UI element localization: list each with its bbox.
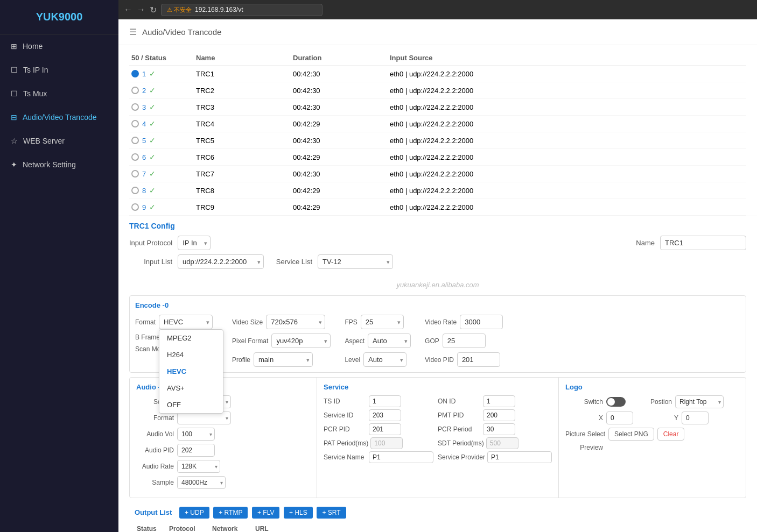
gop-input[interactable] bbox=[443, 334, 486, 348]
row-number: 1 bbox=[142, 70, 146, 78]
row-id-cell: 7 ✓ bbox=[131, 169, 196, 178]
audio-vol-select[interactable]: 100 bbox=[177, 428, 215, 441]
col-input: Input Source bbox=[390, 54, 551, 62]
fps-select[interactable]: 25 bbox=[361, 315, 404, 329]
add-rtmp-button[interactable]: + RTMP bbox=[213, 507, 248, 519]
position-select[interactable]: Right Top bbox=[675, 395, 724, 408]
radio-btn[interactable] bbox=[131, 120, 139, 127]
table-row[interactable]: 4 ✓ TRC4 00:42:29 eth0 | udp://224.2.2.2… bbox=[129, 116, 746, 132]
sidebar-item-av-transcode[interactable]: ⊟ Audio/Video Trancode bbox=[0, 105, 118, 129]
table-row[interactable]: 7 ✓ TRC7 00:42:30 eth0 | udp://224.2.2.2… bbox=[129, 166, 746, 182]
serviceid-label: Service ID bbox=[324, 412, 367, 419]
serviceid-input[interactable] bbox=[369, 409, 401, 421]
serviceprovider-input[interactable] bbox=[487, 451, 552, 463]
name-input[interactable] bbox=[660, 236, 746, 250]
select-png-button[interactable]: Select PNG bbox=[608, 428, 654, 441]
level-select[interactable]: Auto bbox=[363, 352, 406, 367]
radio-btn[interactable] bbox=[131, 203, 139, 211]
forward-button[interactable]: → bbox=[137, 5, 145, 15]
output-title: Output List bbox=[135, 508, 172, 516]
reload-button[interactable]: ↻ bbox=[150, 5, 157, 15]
sidebar-item-ts-ip-in[interactable]: ☐ Ts IP In bbox=[0, 58, 118, 82]
radio-btn[interactable] bbox=[131, 137, 139, 144]
service-title: Service bbox=[324, 383, 552, 391]
servicename-field: Service Name bbox=[324, 451, 433, 463]
y-label: Y bbox=[641, 414, 678, 422]
format-option-h264[interactable]: H264 bbox=[159, 346, 223, 363]
table-row[interactable]: 1 ✓ TRC1 00:42:30 eth0 | udp://224.2.2.2… bbox=[129, 66, 746, 82]
level-select-wrapper: Auto bbox=[363, 352, 406, 367]
radio-btn[interactable] bbox=[131, 70, 139, 77]
table-body: 1 ✓ TRC1 00:42:30 eth0 | udp://224.2.2.2… bbox=[129, 66, 746, 216]
audio-rate-select[interactable]: 128K bbox=[177, 460, 220, 473]
row-input: eth0 | udp://224.2.2.2:2000 bbox=[390, 103, 551, 111]
input-protocol-select[interactable]: IP In bbox=[178, 236, 211, 250]
sdtperiod-input[interactable] bbox=[486, 437, 518, 449]
service-list-select[interactable]: TV-12 bbox=[318, 254, 393, 269]
format-option-off[interactable]: OFF bbox=[159, 396, 223, 413]
sdtperiod-field: SDT Period(ms) bbox=[438, 437, 552, 449]
page-title: Audio/Video Trancode bbox=[142, 27, 221, 37]
row-number: 4 bbox=[142, 120, 146, 128]
videorate-input[interactable] bbox=[460, 315, 503, 329]
profile-group: Profile main bbox=[232, 352, 331, 367]
service-list-select-wrapper: TV-12 bbox=[318, 254, 393, 269]
table-row[interactable]: 6 ✓ TRC6 00:42:29 eth0 | udp://224.2.2.2… bbox=[129, 149, 746, 166]
onid-field: ON ID bbox=[438, 395, 552, 407]
row-id-cell: 1 ✓ bbox=[131, 69, 196, 78]
audio-sample-select[interactable]: 48000Hz bbox=[177, 476, 226, 489]
input-list-select[interactable]: udp://224.2.2.2:2000 bbox=[178, 254, 264, 269]
format-option-avs[interactable]: AVS+ bbox=[159, 380, 223, 396]
pcrpid-input[interactable] bbox=[369, 423, 401, 435]
tsid-input[interactable] bbox=[369, 395, 401, 407]
audio-pid-input[interactable] bbox=[177, 444, 215, 457]
sidebar-item-home[interactable]: ⊞ Home bbox=[0, 34, 118, 58]
logo-switch-toggle[interactable] bbox=[606, 397, 626, 407]
sidebar-item-web-server[interactable]: ☆ WEB Server bbox=[0, 129, 118, 153]
format-select-wrapper: HEVC bbox=[159, 315, 213, 329]
format-option-mpeg2[interactable]: MPEG2 bbox=[159, 330, 223, 346]
radio-btn[interactable] bbox=[131, 187, 139, 194]
row-name: TRC4 bbox=[196, 120, 293, 128]
table-row[interactable]: 5 ✓ TRC5 00:42:30 eth0 | udp://224.2.2.2… bbox=[129, 132, 746, 149]
table-row[interactable]: 3 ✓ TRC3 00:42:30 eth0 | udp://224.2.2.2… bbox=[129, 99, 746, 116]
servicename-input[interactable] bbox=[369, 451, 433, 463]
sidebar-item-network-setting[interactable]: ✦ Network Setting bbox=[0, 153, 118, 176]
table-row[interactable]: 9 ✓ TRC9 00:42:29 eth0 | udp://224.2.2.2… bbox=[129, 199, 746, 216]
format-select[interactable]: HEVC bbox=[159, 315, 213, 329]
row-duration: 00:42:29 bbox=[293, 187, 390, 195]
add-hls-button[interactable]: + HLS bbox=[284, 507, 313, 519]
audio-vol-select-wrap: 100 bbox=[177, 428, 215, 441]
patperiod-input[interactable] bbox=[370, 437, 403, 449]
add-srt-button[interactable]: + SRT bbox=[317, 507, 346, 519]
address-bar[interactable]: ⚠ 不安全 192.168.9.163/vt bbox=[161, 4, 323, 16]
sidebar-item-ts-mux[interactable]: ☐ Ts Mux bbox=[0, 82, 118, 105]
radio-btn[interactable] bbox=[131, 170, 139, 178]
format-option-hevc[interactable]: HEVC bbox=[159, 363, 223, 380]
radio-btn[interactable] bbox=[131, 87, 139, 94]
clear-button[interactable]: Clear bbox=[657, 428, 685, 441]
sidebar-item-label: Audio/Video Trancode bbox=[23, 113, 97, 122]
table-row[interactable]: 8 ✓ TRC8 00:42:29 eth0 | udp://224.2.2.2… bbox=[129, 182, 746, 199]
pcrperiod-label: PCR Period bbox=[438, 425, 481, 433]
add-udp-button[interactable]: + UDP bbox=[179, 507, 209, 519]
add-flv-button[interactable]: + FLV bbox=[252, 507, 279, 519]
videosize-select[interactable]: 720x576 bbox=[266, 315, 325, 329]
y-input[interactable] bbox=[682, 412, 709, 424]
logo-preview-row: Preview bbox=[565, 444, 739, 451]
table-row[interactable]: 2 ✓ TRC2 00:42:30 eth0 | udp://224.2.2.2… bbox=[129, 82, 746, 99]
videopid-input[interactable] bbox=[457, 352, 500, 367]
aspect-select[interactable]: Auto bbox=[368, 334, 411, 348]
x-input[interactable] bbox=[606, 412, 633, 424]
radio-btn[interactable] bbox=[131, 103, 139, 111]
profile-select[interactable]: main bbox=[254, 352, 313, 367]
radio-btn[interactable] bbox=[131, 153, 139, 161]
pmtpid-input[interactable] bbox=[483, 409, 515, 421]
back-button[interactable]: ← bbox=[124, 5, 132, 15]
audio-sample-label: Sample bbox=[136, 479, 174, 486]
fps-label: FPS bbox=[345, 318, 357, 326]
pcrperiod-input[interactable] bbox=[483, 423, 515, 435]
onid-input[interactable] bbox=[483, 395, 515, 407]
main-area: ← → ↻ ⚠ 不安全 192.168.9.163/vt ☰ Audio/Vid… bbox=[118, 0, 757, 532]
pixelformat-select[interactable]: yuv420p bbox=[271, 334, 331, 348]
